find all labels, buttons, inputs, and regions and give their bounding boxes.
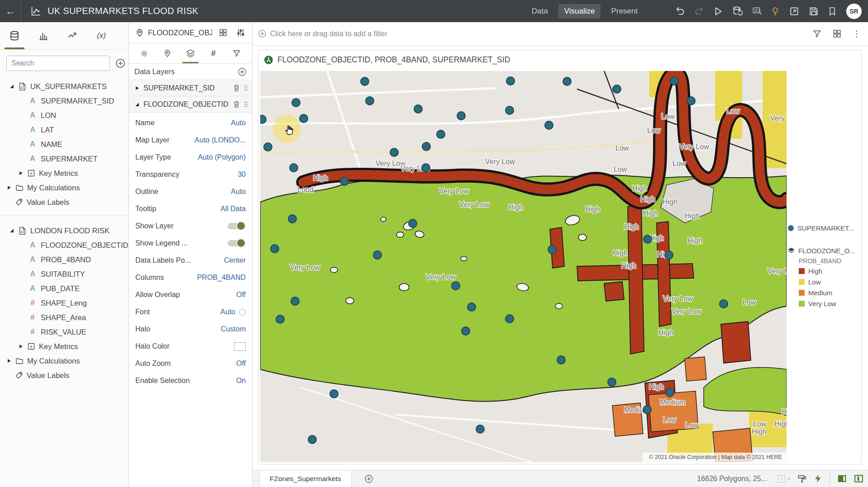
tab-general-gear[interactable] [133, 43, 156, 63]
supermarket-point[interactable] [264, 143, 272, 151]
supermarket-point[interactable] [643, 406, 651, 414]
supermarket-point[interactable] [613, 85, 621, 93]
caret-expanded-icon[interactable] [9, 228, 14, 233]
redo-icon[interactable] [690, 0, 709, 22]
drag-handle-icon[interactable] [243, 84, 248, 92]
caret-collapsed-icon[interactable] [18, 344, 24, 349]
add-dataset-button[interactable] [115, 58, 125, 68]
property-outline[interactable]: OutlineAuto [129, 183, 252, 200]
tree-field-key metrics[interactable]: #Key Metrics [0, 166, 129, 180]
supermarket-point[interactable] [666, 388, 674, 397]
tree-field-supermarket[interactable]: ASUPERMARKET [0, 151, 129, 166]
property-transparency[interactable]: Transparency30 [129, 166, 252, 183]
property-layer-type[interactable]: Layer TypeAuto (Polygon) [129, 149, 252, 166]
preview-play-icon[interactable] [709, 0, 728, 22]
caret-collapsed-icon[interactable] [6, 185, 12, 190]
caret-collapsed-icon[interactable] [18, 171, 24, 175]
font-color-circle-icon[interactable] [239, 309, 246, 316]
menu-kebab-icon[interactable]: ⋮ [850, 27, 863, 41]
tab-calculations[interactable]: (x) [87, 22, 116, 49]
save-caret-icon[interactable]: ▾ [815, 9, 817, 14]
tab-data-layers[interactable] [179, 43, 202, 63]
bookmark-icon[interactable] [823, 0, 842, 22]
supermarket-point[interactable] [467, 303, 476, 311]
property-value[interactable]: Center [224, 256, 246, 265]
tab-filters[interactable] [225, 43, 248, 63]
tree-field-lat[interactable]: ALAT [0, 123, 129, 137]
supermarket-point[interactable] [271, 245, 279, 253]
supermarket-point[interactable] [422, 142, 430, 151]
toggle-switch[interactable] [228, 240, 245, 246]
supermarket-point[interactable] [506, 315, 514, 323]
supermarket-point[interactable] [260, 115, 266, 123]
supermarket-point[interactable] [366, 97, 374, 105]
insights-lightbulb-icon[interactable] [766, 0, 785, 22]
tree-field-my calculations[interactable]: My Calculations [0, 180, 129, 195]
property-value[interactable]: Off [236, 291, 246, 299]
supermarket-point[interactable] [563, 77, 571, 85]
property-map-layer[interactable]: Map LayerAuto (LONDO... [129, 132, 252, 149]
property-value[interactable]: All Data [220, 205, 246, 213]
tree-field-shape_area[interactable]: #SHAPE_Area [0, 310, 129, 325]
property-name[interactable]: NameAuto [129, 114, 252, 132]
layout-selector-icon[interactable]: ▾ [777, 474, 790, 483]
property-data-labels-po-[interactable]: Data Labels Po...Center [129, 252, 252, 269]
annotate-icon[interactable]: ▾ [747, 0, 766, 22]
supermarket-point[interactable] [665, 251, 673, 259]
supermarket-point[interactable] [462, 327, 470, 335]
caret-expanded-icon[interactable] [134, 102, 140, 107]
property-value[interactable]: Off [236, 359, 246, 368]
property-font[interactable]: FontAuto [129, 303, 252, 321]
tree-field-value labels[interactable]: Value Labels [0, 195, 129, 209]
tree-field-floodzone_objectid[interactable]: AFLOODZONE_OBJECTID [0, 238, 129, 252]
property-value[interactable]: Auto (LONDO... [195, 136, 246, 144]
tree-field-risk_value[interactable]: #RISK_VALUE [0, 325, 129, 339]
add-layer-button[interactable] [238, 67, 247, 76]
supermarket-point[interactable] [457, 112, 465, 120]
supermarket-point[interactable] [506, 77, 515, 85]
delete-layer-icon[interactable] [233, 100, 240, 108]
property-value[interactable]: On [236, 377, 246, 385]
supermarket-point[interactable] [300, 114, 308, 123]
supermarket-point[interactable] [670, 77, 678, 85]
toggle-switch[interactable] [228, 223, 245, 229]
caret-collapsed-icon[interactable] [134, 86, 140, 90]
supermarket-point[interactable] [390, 148, 398, 156]
tree-field-pub_date[interactable]: APUB_DATE [0, 281, 129, 296]
data-layer-supermarket_sid[interactable]: SUPERMARKET_SID [129, 80, 252, 96]
property-tooltip[interactable]: TooltipAll Data [129, 200, 252, 217]
tab-data[interactable] [0, 22, 29, 49]
supermarket-point[interactable] [476, 425, 484, 433]
caret-collapsed-icon[interactable] [6, 359, 12, 363]
nav-tab-visualize[interactable]: Visualize [558, 4, 601, 19]
supermarket-point[interactable] [437, 130, 445, 138]
add-filter-icon[interactable] [258, 29, 267, 38]
supermarket-point[interactable] [290, 164, 298, 172]
supermarket-point[interactable] [292, 99, 300, 107]
supermarket-point[interactable] [414, 105, 422, 113]
supermarket-point[interactable] [557, 356, 565, 364]
property-auto-zoom[interactable]: Auto ZoomOff [129, 355, 252, 372]
property-show-layer[interactable]: Show Layer [129, 217, 252, 235]
viz-card[interactable]: FLOODZONE_OBJECTID, PROB_4BAND, SUPERMAR… [258, 50, 862, 464]
paint-roller-icon[interactable] [797, 474, 806, 483]
filter-funnel-icon[interactable] [810, 27, 824, 41]
toggle-right-panel-icon[interactable] [854, 474, 863, 483]
tree-field-shape_leng[interactable]: #SHAPE_Leng [0, 296, 129, 310]
caret-expanded-icon[interactable] [9, 84, 14, 89]
supermarket-point[interactable] [452, 282, 460, 290]
property-show-legend-[interactable]: Show Legend ... [129, 235, 252, 252]
property-value[interactable]: PROB_4BAND [197, 274, 246, 282]
tree-field-my calculations[interactable]: My Calculations [0, 354, 129, 368]
color-swatch[interactable] [234, 342, 246, 351]
tab-visualizations[interactable] [29, 22, 58, 49]
supermarket-point[interactable] [687, 97, 695, 105]
properties-sliders-icon[interactable] [234, 28, 248, 37]
flood-map[interactable]: LondVery LowVery LowVery LowVery LowVery… [260, 71, 787, 462]
supermarket-point[interactable] [276, 315, 284, 323]
canvas-settings-icon[interactable] [830, 27, 844, 41]
data-layer-floodzone_objectid[interactable]: FLOODZONE_OBJECTID [129, 96, 252, 113]
supermarket-point[interactable] [409, 219, 417, 227]
canvas-tab[interactable]: FZones_Supermarkets [259, 471, 352, 487]
nav-tab-present[interactable]: Present [605, 4, 644, 19]
